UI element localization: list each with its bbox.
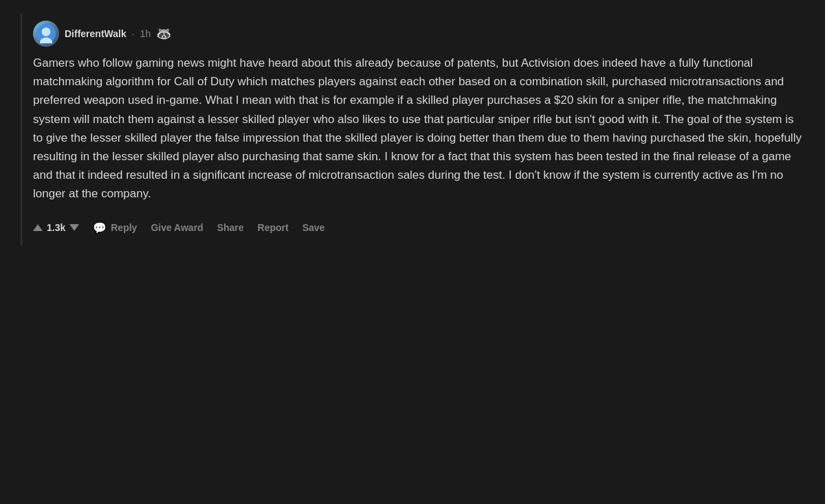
award-emoji: 🦝	[156, 26, 171, 41]
save-button[interactable]: Save	[297, 218, 331, 237]
share-button[interactable]: Share	[212, 218, 250, 237]
comment-actions: 1.3k 💬 Reply Give Award Share Report Sav…	[33, 217, 804, 239]
svg-point-1	[42, 28, 51, 36]
comment-header: DifferentWalk · 1h 🦝	[33, 21, 804, 47]
give-award-label: Give Award	[151, 222, 203, 233]
comment-container: DifferentWalk · 1h 🦝 Gamers who follow g…	[21, 14, 804, 245]
save-label: Save	[302, 222, 325, 233]
reply-label: Reply	[111, 222, 137, 233]
vote-section: 1.3k	[33, 222, 79, 233]
report-label: Report	[258, 222, 289, 233]
username[interactable]: DifferentWalk	[65, 28, 126, 39]
vote-count: 1.3k	[47, 222, 65, 233]
reply-icon: 💬	[93, 221, 107, 234]
comment-body: Gamers who follow gaming news might have…	[33, 54, 804, 204]
share-label: Share	[217, 222, 244, 233]
reply-button[interactable]: 💬 Reply	[87, 217, 142, 239]
give-award-button[interactable]: Give Award	[145, 218, 208, 237]
downvote-button[interactable]	[69, 224, 79, 231]
avatar	[33, 21, 59, 47]
dot-separator: ·	[132, 28, 135, 39]
report-button[interactable]: Report	[252, 218, 294, 237]
timestamp: 1h	[140, 28, 151, 39]
upvote-button[interactable]	[33, 224, 43, 231]
